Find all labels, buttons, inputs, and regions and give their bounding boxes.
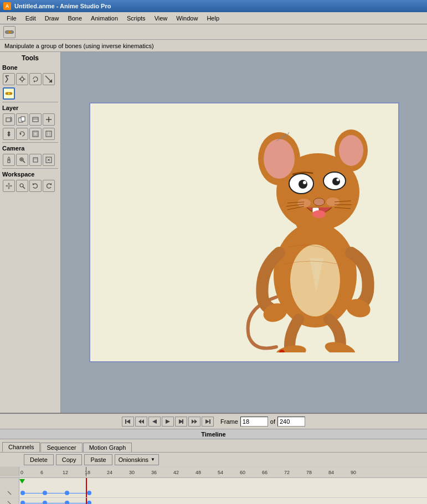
layer-tools-row2 (2, 127, 58, 141)
reset-camera-tool[interactable] (43, 154, 55, 166)
menu-view[interactable]: View (150, 14, 172, 23)
transport-bar: Frame of (0, 414, 427, 429)
rotate-layer-tool[interactable] (16, 128, 28, 140)
track-1-content[interactable] (19, 488, 427, 497)
menu-help[interactable]: Help (202, 14, 224, 23)
ik-tool[interactable] (3, 87, 15, 100)
svg-rect-85 (125, 419, 126, 424)
ruler-mark-90: 90 (351, 470, 356, 475)
svg-marker-42 (33, 183, 34, 185)
camera-section-title: Camera (2, 145, 58, 152)
zoom-camera-tool[interactable] (16, 154, 28, 166)
bone-section-title: Bone (2, 64, 58, 71)
translate-bone-tool[interactable] (16, 73, 28, 85)
toolbar-ik-button[interactable] (3, 26, 16, 38)
svg-point-70 (332, 178, 340, 185)
layer-tools-row1 (2, 113, 58, 126)
frame-label: Frame (220, 418, 238, 425)
ruler-mark-84: 84 (328, 470, 334, 475)
redo-workspace-tool[interactable] (43, 180, 55, 192)
next-frame-button[interactable] (175, 417, 187, 427)
menu-bar: File Edit Draw Bone Animation Scripts Vi… (0, 12, 427, 24)
ruler-mark-72: 72 (284, 470, 290, 475)
divider-1 (2, 102, 58, 102)
svg-marker-89 (152, 419, 157, 424)
svg-rect-17 (21, 117, 25, 121)
canvas-frame[interactable] (89, 102, 399, 362)
tab-channels[interactable]: Channels (2, 442, 40, 452)
svg-point-40 (20, 184, 23, 187)
track-row-1 (0, 488, 427, 498)
paste-button[interactable]: Paste (84, 454, 112, 465)
track-2-content[interactable] (19, 498, 427, 504)
add-point-tool[interactable] (43, 113, 55, 126)
menu-file[interactable]: File (2, 14, 21, 23)
first-frame-button[interactable] (122, 417, 134, 427)
svg-marker-22 (20, 133, 22, 135)
canvas-area (61, 52, 427, 413)
tab-sequencer[interactable]: Sequencer (40, 443, 82, 452)
divider-3 (2, 168, 58, 169)
ruler-mark-66: 66 (262, 470, 267, 475)
rotate-bone-tool[interactable] (29, 73, 42, 85)
menu-animation[interactable]: Animation (86, 14, 122, 23)
svg-point-59 (264, 139, 295, 179)
delete-button[interactable]: Delete (24, 454, 54, 465)
current-frame-marker (86, 478, 87, 488)
copy-button[interactable]: Copy (56, 454, 83, 465)
svg-rect-96 (209, 419, 210, 424)
frame-display: Frame of (220, 417, 305, 427)
tools-panel: Tools Bone (0, 52, 61, 413)
tab-motion-graph[interactable]: Motion Graph (83, 443, 132, 452)
ruler-mark-54: 54 (218, 470, 223, 475)
menu-edit[interactable]: Edit (21, 14, 40, 23)
onionskins-button[interactable]: Onionskins ▼ (115, 454, 159, 465)
pan-camera-tool[interactable] (3, 154, 15, 166)
ruler-mark-78: 78 (306, 470, 312, 475)
menu-draw[interactable]: Draw (40, 14, 64, 23)
ruler-label-col (0, 467, 19, 476)
group-layer-tool[interactable] (29, 113, 42, 126)
status-text: Manipulate a group of bones (using inver… (4, 43, 154, 49)
svg-point-39 (8, 185, 10, 187)
svg-rect-23 (33, 131, 38, 137)
transform-bone-tool[interactable] (3, 73, 15, 85)
pan-workspace-tool[interactable] (3, 180, 15, 192)
track-1-line (20, 493, 91, 493)
play-button[interactable] (162, 417, 174, 427)
menu-bone[interactable]: Bone (63, 14, 86, 23)
of-label: of (270, 418, 275, 425)
last-frame-button[interactable] (202, 417, 214, 427)
total-frames-input[interactable] (277, 417, 305, 427)
new-layer-tool[interactable] (3, 113, 15, 126)
timeline-tracks[interactable] (0, 478, 427, 504)
menu-window[interactable]: Window (172, 14, 202, 23)
scale-bone-tool[interactable] (43, 73, 55, 85)
prev-keyframe-button[interactable] (135, 417, 147, 427)
rotate-camera-tool[interactable] (29, 154, 42, 166)
svg-rect-25 (46, 131, 52, 137)
ruler-mark-6: 6 (40, 470, 43, 475)
flex-tool[interactable] (43, 128, 55, 140)
ruler-mark-12: 12 (63, 470, 68, 475)
svg-line-102 (8, 501, 11, 505)
svg-rect-13 (6, 118, 11, 122)
svg-marker-93 (192, 419, 194, 424)
zoom-workspace-tool[interactable] (16, 180, 28, 192)
svg-rect-24 (34, 132, 37, 136)
svg-rect-35 (33, 158, 38, 162)
svg-point-61 (339, 135, 363, 166)
ruler-mark-60: 60 (240, 470, 245, 475)
svg-point-69 (299, 180, 307, 189)
menu-scripts[interactable]: Scripts (122, 14, 150, 23)
ruler-mark-48: 48 (196, 470, 201, 475)
move-layer-tool[interactable] (3, 128, 15, 140)
app-icon: A (3, 2, 11, 10)
prev-frame-button[interactable] (148, 417, 161, 427)
next-keyframe-button[interactable] (188, 417, 200, 427)
warp-tool[interactable] (29, 128, 42, 140)
current-frame-input[interactable] (240, 417, 268, 427)
undo-workspace-tool[interactable] (29, 180, 42, 192)
track-row-2 (0, 498, 427, 504)
copy-layer-tool[interactable] (16, 113, 28, 126)
